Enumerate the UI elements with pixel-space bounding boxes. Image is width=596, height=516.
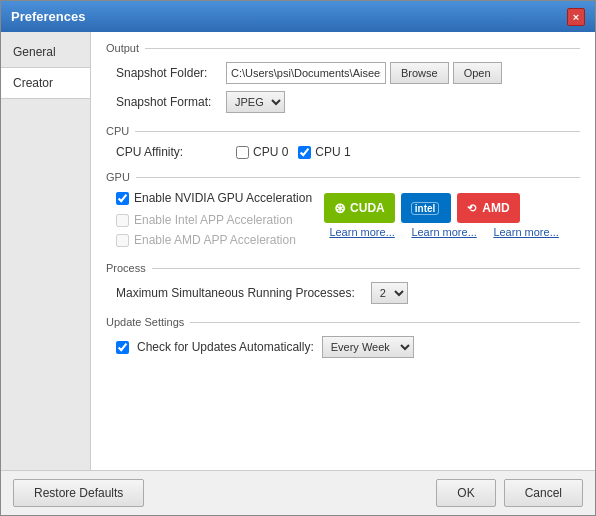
nvidia-label: Enable NVIDIA GPU Acceleration	[134, 191, 312, 205]
max-processes-select[interactable]: 1 2 3 4	[371, 282, 408, 304]
nvidia-checkbox[interactable]	[116, 192, 129, 205]
learn-more-intel[interactable]: Learn more...	[406, 226, 482, 238]
check-updates-checkbox[interactable]	[116, 341, 129, 354]
cpu-affinity-row: CPU Affinity: CPU 0 CPU 1	[106, 145, 580, 159]
footer-right: OK Cancel	[436, 479, 583, 507]
cuda-icon: ⊛	[334, 200, 346, 216]
intel-label: Enable Intel APP Acceleration	[134, 213, 293, 227]
cpu0-label: CPU 0	[253, 145, 288, 159]
snapshot-folder-input[interactable]	[226, 62, 386, 84]
learn-more-cuda[interactable]: Learn more...	[324, 226, 400, 238]
gpu-content: Enable NVIDIA GPU Acceleration Enable In…	[106, 191, 580, 250]
cpu0-item: CPU 0	[236, 145, 288, 159]
process-section: Process Maximum Simultaneous Running Pro…	[106, 262, 580, 304]
sidebar-item-creator[interactable]: Creator	[1, 67, 90, 99]
cpu-affinity-label: CPU Affinity:	[116, 145, 226, 159]
intel-brand-button[interactable]: intel intel	[401, 193, 452, 223]
amd-brand-button[interactable]: ⟲ AMD	[457, 193, 519, 223]
open-button[interactable]: Open	[453, 62, 502, 84]
snapshot-folder-row: Snapshot Folder: Browse Open	[106, 62, 580, 84]
preferences-dialog: Preferences × General Creator Output Sna…	[0, 0, 596, 516]
main-content: Output Snapshot Folder: Browse Open Snap…	[91, 32, 595, 470]
ok-button[interactable]: OK	[436, 479, 495, 507]
amd-brand-label: AMD	[482, 201, 509, 215]
cuda-button[interactable]: ⊛ CUDA	[324, 193, 395, 223]
intel-brand-icon: intel	[411, 202, 440, 215]
update-settings-section: Update Settings Check for Updates Automa…	[106, 316, 580, 358]
process-row: Maximum Simultaneous Running Processes: …	[106, 282, 580, 304]
cuda-label: CUDA	[350, 201, 385, 215]
intel-checkbox[interactable]	[116, 214, 129, 227]
cpu1-label: CPU 1	[315, 145, 350, 159]
output-section: Output Snapshot Folder: Browse Open Snap…	[106, 42, 580, 113]
snapshot-format-select[interactable]: JPEG PNG BMP	[226, 91, 285, 113]
gpu-section: GPU Enable NVIDIA GPU Acceleration Enabl…	[106, 171, 580, 250]
cpu-section: CPU CPU Affinity: CPU 0 CPU 1	[106, 125, 580, 159]
intel-row: Enable Intel APP Acceleration	[116, 213, 312, 227]
gpu-section-label: GPU	[106, 171, 580, 183]
dialog-title: Preferences	[11, 9, 85, 24]
check-updates-label: Check for Updates Automatically:	[137, 340, 314, 354]
nvidia-row: Enable NVIDIA GPU Acceleration	[116, 191, 312, 205]
cpu1-item: CPU 1	[298, 145, 350, 159]
cpu-section-label: CPU	[106, 125, 580, 137]
sidebar: General Creator	[1, 32, 91, 470]
close-button[interactable]: ×	[567, 8, 585, 26]
cancel-button[interactable]: Cancel	[504, 479, 583, 507]
browse-button[interactable]: Browse	[390, 62, 449, 84]
cpu1-checkbox[interactable]	[298, 146, 311, 159]
amd-row: Enable AMD APP Acceleration	[116, 233, 312, 247]
amd-checkbox[interactable]	[116, 234, 129, 247]
amd-brand-icon: ⟲	[467, 202, 476, 215]
process-section-label: Process	[106, 262, 580, 274]
output-section-label: Output	[106, 42, 580, 54]
snapshot-folder-label: Snapshot Folder:	[116, 66, 226, 80]
sidebar-item-general[interactable]: General	[1, 37, 90, 67]
update-row: Check for Updates Automatically: Every D…	[106, 336, 580, 358]
main-area: General Creator Output Snapshot Folder: …	[1, 32, 595, 470]
restore-defaults-button[interactable]: Restore Defaults	[13, 479, 144, 507]
gpu-brands-row: ⊛ CUDA intel intel ⟲ AMD	[324, 193, 520, 223]
title-bar: Preferences ×	[1, 1, 595, 32]
footer: Restore Defaults OK Cancel	[1, 470, 595, 515]
update-frequency-select[interactable]: Every Day Every Week Every Month Never	[322, 336, 414, 358]
learn-more-row: Learn more... Learn more... Learn more..…	[324, 226, 564, 238]
snapshot-format-row: Snapshot Format: JPEG PNG BMP	[106, 91, 580, 113]
learn-more-amd[interactable]: Learn more...	[488, 226, 564, 238]
update-section-label: Update Settings	[106, 316, 580, 328]
cpu0-checkbox[interactable]	[236, 146, 249, 159]
max-processes-label: Maximum Simultaneous Running Processes:	[116, 286, 355, 300]
amd-label: Enable AMD APP Acceleration	[134, 233, 296, 247]
snapshot-format-label: Snapshot Format:	[116, 95, 226, 109]
